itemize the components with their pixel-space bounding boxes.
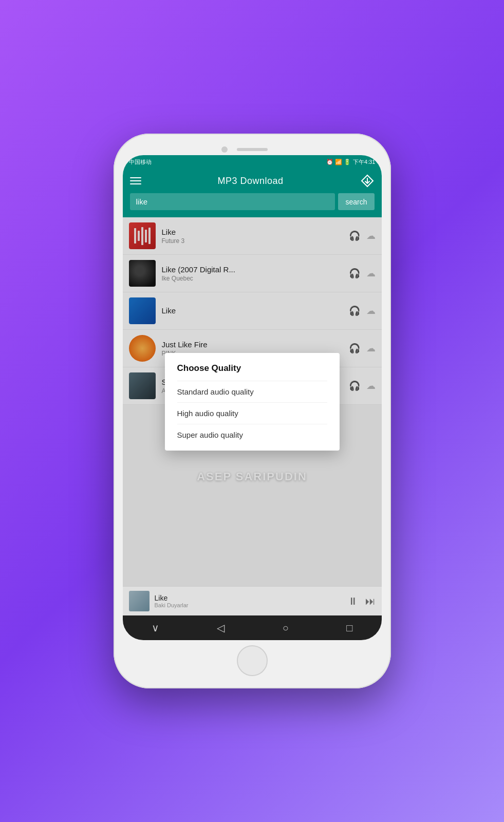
np-album-art [129, 591, 150, 611]
search-bar: search [130, 193, 375, 210]
diamond-down-icon [361, 174, 374, 188]
nav-bar: ∨ ◁ ○ □ [123, 615, 382, 640]
status-right: ⏰ 📶 🔋 下午4:31 [326, 158, 376, 166]
quality-option-standard[interactable]: Standard audio quality [177, 381, 327, 402]
np-controls: ⏸ ⏭ [348, 595, 376, 607]
status-icons: ⏰ 📶 🔋 [326, 159, 351, 165]
download-icon-button[interactable] [360, 174, 375, 188]
now-playing-bar: Like Baki Duyarlar ⏸ ⏭ [123, 586, 382, 615]
search-input[interactable] [130, 193, 335, 210]
np-title: Like [155, 594, 343, 602]
header-top: MP3 Download [130, 174, 375, 188]
np-info: Like Baki Duyarlar [155, 594, 343, 608]
next-button[interactable]: ⏭ [365, 595, 376, 607]
nav-recent-icon[interactable]: □ [346, 622, 352, 634]
status-time: 下午4:31 [353, 158, 375, 166]
nav-home-icon[interactable]: ○ [283, 622, 289, 634]
status-bar: 中国移动 ⏰ 📶 🔋 下午4:31 [123, 155, 382, 169]
nav-back-icon[interactable]: ◁ [217, 622, 225, 634]
search-button[interactable]: search [338, 193, 374, 210]
phone-top-bar [123, 143, 382, 155]
dialog-title: Choose Quality [177, 363, 327, 373]
pause-button[interactable]: ⏸ [348, 595, 358, 607]
phone-home-button[interactable] [237, 645, 268, 676]
phone-camera [221, 146, 228, 153]
quality-option-high[interactable]: High audio quality [177, 402, 327, 424]
phone-speaker [237, 148, 268, 151]
np-artist: Baki Duyarlar [155, 602, 343, 608]
app-title: MP3 Download [217, 176, 283, 186]
hamburger-line-1 [130, 177, 141, 178]
quality-dialog: Choose Quality Standard audio quality Hi… [165, 353, 340, 451]
hamburger-line-2 [130, 180, 141, 181]
app-header: MP3 Download search [123, 169, 382, 217]
song-list: Like Future 3 🎧 ☁ Like (2007 Digital R..… [123, 217, 382, 586]
hamburger-menu-button[interactable] [130, 177, 141, 184]
phone-screen: 中国移动 ⏰ 📶 🔋 下午4:31 MP3 Download [123, 155, 382, 640]
carrier-label: 中国移动 [129, 158, 152, 166]
quality-option-super[interactable]: Super audio quality [177, 424, 327, 445]
nav-chevron-down-icon[interactable]: ∨ [152, 622, 159, 634]
hamburger-line-3 [130, 183, 141, 184]
phone-frame: 中国移动 ⏰ 📶 🔋 下午4:31 MP3 Download [114, 134, 391, 688]
dialog-overlay[interactable]: Choose Quality Standard audio quality Hi… [123, 217, 382, 586]
